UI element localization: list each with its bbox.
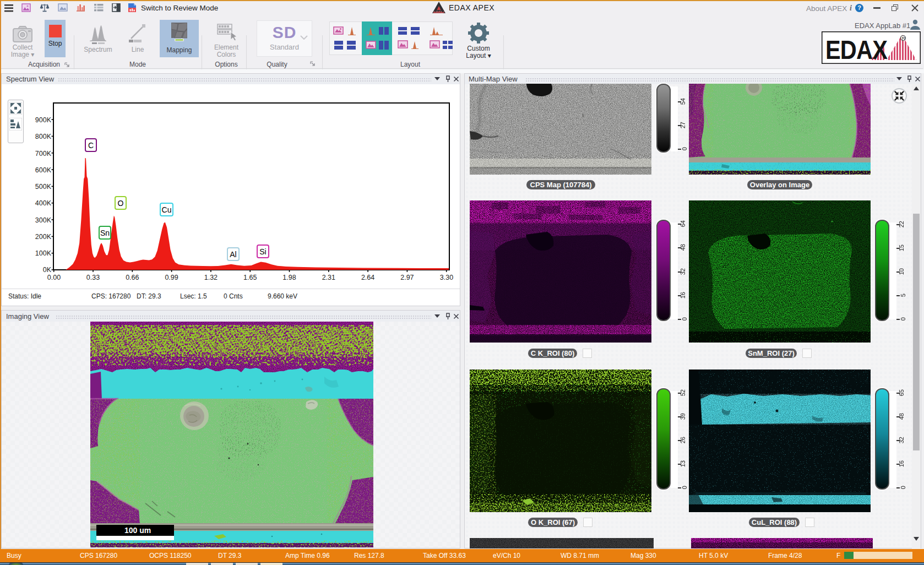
- svg-text:700K: 700K: [35, 150, 52, 157]
- svg-text:Sn: Sn: [100, 229, 110, 237]
- svg-text:1.65: 1.65: [243, 274, 257, 281]
- svg-text:1.98: 1.98: [282, 274, 296, 281]
- svg-text:C: C: [88, 141, 94, 150]
- svg-text:2.97: 2.97: [400, 274, 414, 281]
- svg-text:200K: 200K: [35, 233, 52, 241]
- svg-text:100 um: 100 um: [124, 526, 151, 535]
- svg-text:R: R: [902, 36, 906, 41]
- svg-text:O: O: [118, 199, 124, 208]
- svg-text:0.00: 0.00: [47, 274, 61, 281]
- svg-text:0.66: 0.66: [126, 274, 139, 281]
- svg-text:2.64: 2.64: [361, 274, 374, 281]
- svg-text:100K: 100K: [35, 249, 52, 257]
- svg-text:400K: 400K: [35, 199, 52, 207]
- svg-text:Al: Al: [230, 250, 236, 259]
- svg-text:500K: 500K: [35, 183, 52, 191]
- svg-text:Cu: Cu: [162, 205, 172, 214]
- svg-text:2.31: 2.31: [322, 274, 335, 281]
- svg-text:EDAX: EDAX: [825, 35, 888, 64]
- svg-text:3.30: 3.30: [440, 274, 453, 281]
- svg-text:900K: 900K: [35, 116, 52, 124]
- svg-text:0.99: 0.99: [165, 274, 178, 281]
- svg-text:0.33: 0.33: [86, 274, 100, 281]
- svg-text:Si: Si: [259, 247, 266, 256]
- svg-text:300K: 300K: [35, 216, 52, 224]
- svg-text:600K: 600K: [35, 166, 52, 174]
- svg-text:0K: 0K: [43, 266, 52, 274]
- svg-text:800K: 800K: [35, 133, 52, 140]
- svg-text:1.32: 1.32: [204, 274, 218, 281]
